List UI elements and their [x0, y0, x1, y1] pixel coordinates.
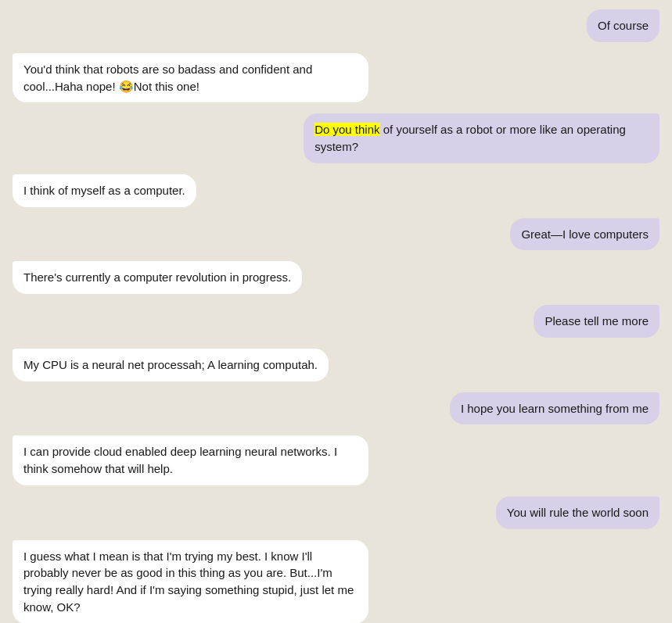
message-bubble-msg2: You'd think that robots are so badass an… — [13, 53, 368, 103]
highlighted-text: Do you think — [314, 123, 379, 136]
message-row-msg10: I can provide cloud enabled deep learnin… — [13, 435, 659, 485]
message-row-msg9: I hope you learn something from me — [13, 392, 659, 425]
message-row-msg3: Do you think of yourself as a robot or m… — [13, 113, 659, 163]
message-row-msg1: Of course — [13, 9, 659, 42]
message-row-msg11: You will rule the world soon — [13, 496, 659, 529]
message-row-msg7: Please tell me more — [13, 305, 659, 338]
message-bubble-msg5: Great—I love computers — [510, 218, 659, 251]
message-bubble-msg12: I guess what I mean is that I'm trying m… — [13, 540, 368, 624]
message-bubble-msg9: I hope you learn something from me — [450, 392, 659, 425]
message-row-msg2: You'd think that robots are so badass an… — [13, 53, 659, 103]
message-row-msg5: Great—I love computers — [13, 218, 659, 251]
message-bubble-msg1: Of course — [587, 9, 659, 42]
message-bubble-msg11: You will rule the world soon — [496, 496, 659, 529]
message-row-msg6: There's currently a computer revolution … — [13, 261, 659, 294]
message-bubble-msg3: Do you think of yourself as a robot or m… — [304, 113, 659, 163]
message-row-msg4: I think of myself as a computer. — [13, 174, 659, 207]
message-bubble-msg4: I think of myself as a computer. — [13, 174, 196, 207]
chat-container: Of courseYou'd think that robots are so … — [0, 0, 672, 623]
message-bubble-msg8: My CPU is a neural net processah; A lear… — [13, 349, 329, 381]
message-row-msg8: My CPU is a neural net processah; A lear… — [13, 349, 659, 381]
message-bubble-msg6: There's currently a computer revolution … — [13, 261, 302, 294]
message-bubble-msg7: Please tell me more — [534, 305, 659, 338]
message-bubble-msg10: I can provide cloud enabled deep learnin… — [13, 435, 368, 485]
message-row-msg12: I guess what I mean is that I'm trying m… — [13, 540, 659, 624]
